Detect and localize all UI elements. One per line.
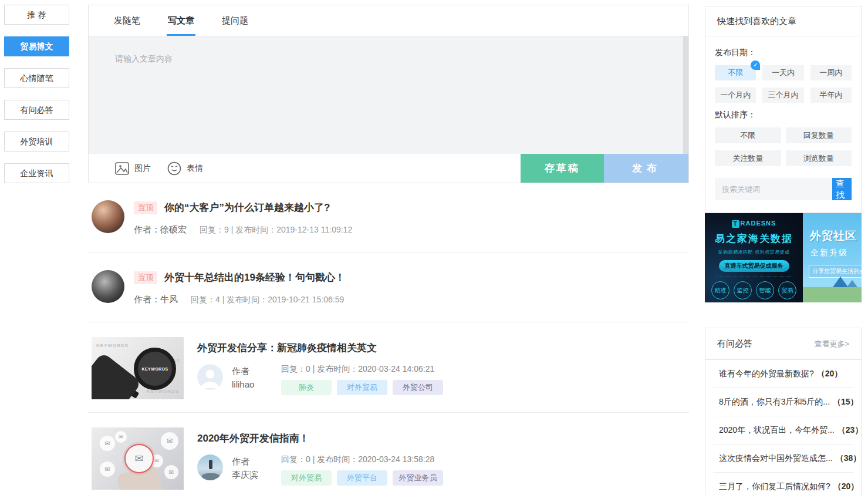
post-title[interactable]: 2020年外贸开发信指南！ bbox=[197, 432, 685, 445]
insert-image-label: 图片 bbox=[134, 163, 151, 174]
ad-subtitle: 全新升级 bbox=[810, 248, 862, 258]
post-detail: 回复：0 | 发布时间：2020-03-24 13:58:28 对外贸易 外贸平… bbox=[281, 454, 443, 486]
sort-option-replies[interactable]: 回复数量 bbox=[786, 127, 852, 143]
post-title[interactable]: 外贸开发信分享：新冠肺炎疫情相关英文 bbox=[197, 341, 685, 355]
author-label: 作者 bbox=[232, 454, 258, 468]
tab-write-note[interactable]: 发随笔 bbox=[114, 5, 140, 36]
ad-customs-data[interactable]: TRADESNS 易之家海关数据 采购商精准匹配·点对点贸易促成 直通车式贸易促… bbox=[705, 213, 803, 302]
emoji-icon bbox=[167, 161, 181, 176]
post-meta: 回复：0 | 发布时间：2020-03-24 14:06:21 bbox=[281, 364, 443, 375]
badge-precision: 精准 bbox=[711, 281, 729, 299]
author-block[interactable]: 作者 李庆滨 bbox=[197, 454, 281, 486]
check-icon: ✓ bbox=[751, 60, 760, 70]
sidebar-item-trade-training[interactable]: 外贸培训 bbox=[4, 132, 69, 151]
post-body: 外贸开发信分享：新冠肺炎疫情相关英文 作者 lilihao 回复：0 | 发布时… bbox=[197, 337, 685, 399]
image-icon bbox=[115, 162, 129, 175]
qa-answer-count: （20） bbox=[833, 481, 859, 491]
sidebar-item-trade-blog[interactable]: 贸易博文 bbox=[4, 36, 69, 56]
insert-emoji-label: 表情 bbox=[187, 163, 203, 174]
filter-panel-title: 快速找到喜欢的文章 bbox=[705, 6, 861, 36]
qa-question: 2020年，状况百出，今年外贸... bbox=[719, 425, 835, 435]
date-option-one-day[interactable]: 一天内 bbox=[762, 65, 803, 80]
qa-item-2[interactable]: 8斤的酒，你只有3斤和5斤的...（15） bbox=[713, 388, 853, 416]
sort-option-unlimited[interactable]: 不限 bbox=[715, 127, 781, 143]
article-content-input[interactable] bbox=[89, 36, 688, 154]
logo-text: RADESNS bbox=[741, 220, 776, 227]
publish-date-label: 发布日期： bbox=[715, 48, 852, 58]
insert-image-button[interactable]: 图片 bbox=[115, 162, 151, 175]
sidebar-item-company-news[interactable]: 企业资讯 bbox=[4, 163, 69, 183]
tag-chip[interactable]: 对外贸易 bbox=[337, 380, 387, 395]
qa-answer-count: （23） bbox=[837, 425, 863, 435]
qa-item-5[interactable]: 三月了，你们复工后情况如何?（20） bbox=[713, 473, 853, 495]
sidebar-item-recommend[interactable]: 推 荐 bbox=[4, 5, 69, 25]
date-option-three-months[interactable]: 三个月内 bbox=[762, 87, 803, 103]
post-row-1[interactable]: 置顶 你的“大客户”为什么订单越来越小了? 作者：徐硕宏回复：9 | 发布时间：… bbox=[88, 183, 689, 252]
author-name[interactable]: 李庆滨 bbox=[232, 468, 258, 481]
qa-answer-count: （20） bbox=[817, 369, 843, 378]
post-thumbnail-keywords[interactable]: KEYWORDS KEYWORDS KEYWORDS KEYWORDS KEYW… bbox=[92, 337, 184, 399]
sidebar-item-qa[interactable]: 有问必答 bbox=[4, 100, 69, 120]
sort-option-views[interactable]: 浏览数量 bbox=[786, 150, 852, 166]
ground-shape bbox=[803, 287, 862, 302]
ad-banner[interactable]: TRADESNS 易之家海关数据 采购商精准匹配·点对点贸易促成 直通车式贸易促… bbox=[705, 213, 862, 302]
tag-chip[interactable]: 外贸平台 bbox=[337, 470, 387, 486]
tag-chip[interactable]: 外贸公司 bbox=[393, 380, 443, 395]
keyword-search-input[interactable] bbox=[715, 178, 832, 200]
ad-subtitle: 采购商精准匹配·点对点贸易促成 bbox=[705, 249, 803, 255]
qa-question: 三月了，你们复工后情况如何? bbox=[719, 481, 830, 491]
tab-ask-question[interactable]: 提问题 bbox=[222, 5, 248, 36]
qa-item-4[interactable]: 这次疫情会对中国外贸造成怎...（38） bbox=[713, 445, 853, 473]
tag-chip[interactable]: 外贸业务员 bbox=[393, 470, 443, 486]
editor-scrollbar[interactable] bbox=[683, 36, 688, 154]
post-title[interactable]: 你的“大客户”为什么订单越来越小了? bbox=[164, 201, 330, 214]
ad-community-upgrade[interactable]: 外贸社区 全新升级 分享您贸易生活的点点滴 bbox=[803, 213, 862, 302]
sort-option-follows[interactable]: 关注数量 bbox=[715, 150, 781, 166]
insert-emoji-button[interactable]: 表情 bbox=[167, 161, 203, 176]
date-option-one-week[interactable]: 一周内 bbox=[810, 65, 852, 80]
envelope-icon: ✉ bbox=[164, 465, 178, 479]
article-content-area bbox=[89, 36, 688, 154]
tag-chip[interactable]: 肺炎 bbox=[281, 380, 332, 395]
qa-answer-count: （15） bbox=[833, 397, 859, 406]
thumb-ghost-text: KEYWORDS bbox=[96, 343, 129, 348]
view-more-link[interactable]: 查看更多> bbox=[814, 339, 849, 349]
author-block[interactable]: 作者 lilihao bbox=[197, 364, 281, 395]
badge-trade: 贸易 bbox=[778, 281, 796, 299]
ad-title: 易之家海关数据 bbox=[705, 232, 803, 245]
qa-item-3[interactable]: 2020年，状况百出，今年外贸...（23） bbox=[713, 416, 853, 445]
post-row-2[interactable]: 置顶 外贸十年总结出的19条经验！句句戳心！ 作者：牛风回复：4 | 发布时间：… bbox=[88, 252, 689, 322]
post-row-4[interactable]: ✉ ✉ ✉ ✉ ✉ ✉ ✉ 2020年外贸开发信指南！ bbox=[88, 413, 689, 495]
editor-toolbar: 图片 表情 存草稿 发布 bbox=[89, 154, 688, 183]
post-thumbnail-emails[interactable]: ✉ ✉ ✉ ✉ ✉ ✉ ✉ bbox=[92, 427, 184, 490]
publish-button[interactable]: 发布 bbox=[604, 154, 688, 183]
qa-item-1[interactable]: 谁有今年的外贸最新数据?（20） bbox=[713, 360, 853, 388]
post-title[interactable]: 外贸十年总结出的19条经验！句句戳心！ bbox=[164, 271, 345, 284]
date-filter-options: 不限 ✓ 一天内 一周内 一个月内 三个月内 半年内 bbox=[715, 65, 852, 103]
post-meta: 回复：0 | 发布时间：2020-03-24 13:58:28 bbox=[281, 454, 443, 465]
post-editor-card: 发随笔 写文章 提问题 图片 表情 存草稿 发布 bbox=[88, 5, 689, 183]
post-row-3[interactable]: KEYWORDS KEYWORDS KEYWORDS KEYWORDS KEYW… bbox=[88, 322, 689, 413]
ad-pill-button[interactable]: 直通车式贸易促成服务 bbox=[719, 260, 789, 272]
post-author[interactable]: 作者：徐硕宏 bbox=[134, 224, 187, 234]
logo-t-icon: T bbox=[732, 220, 739, 228]
save-draft-button[interactable]: 存草稿 bbox=[521, 154, 604, 183]
post-body: 置顶 外贸十年总结出的19条经验！句句戳心！ 作者：牛风回复：4 | 发布时间：… bbox=[134, 270, 345, 305]
search-button[interactable]: 查找 bbox=[832, 178, 852, 200]
post-meta: 回复：4 | 发布时间：2019-10-21 15:06:59 bbox=[191, 295, 344, 304]
author-name[interactable]: lilihao bbox=[232, 378, 254, 391]
avatar[interactable] bbox=[92, 270, 124, 303]
avatar[interactable] bbox=[92, 200, 124, 233]
tab-write-article[interactable]: 写文章 bbox=[168, 5, 194, 36]
sidebar-item-mood-essay[interactable]: 心情随笔 bbox=[4, 68, 69, 88]
date-option-half-year[interactable]: 半年内 bbox=[810, 87, 852, 103]
mountain-shape bbox=[202, 473, 219, 480]
envelope-highlight-icon: ✉ bbox=[124, 444, 154, 473]
badge-smart: 智能 bbox=[756, 281, 774, 299]
tag-chip[interactable]: 对外贸易 bbox=[281, 470, 332, 486]
post-author[interactable]: 作者：牛风 bbox=[134, 294, 178, 304]
date-option-one-month[interactable]: 一个月内 bbox=[715, 87, 756, 103]
magnifier-icon: KEYWORDS bbox=[134, 348, 176, 390]
date-option-unlimited[interactable]: 不限 ✓ bbox=[715, 65, 756, 80]
envelope-icon: ✉ bbox=[115, 431, 127, 443]
